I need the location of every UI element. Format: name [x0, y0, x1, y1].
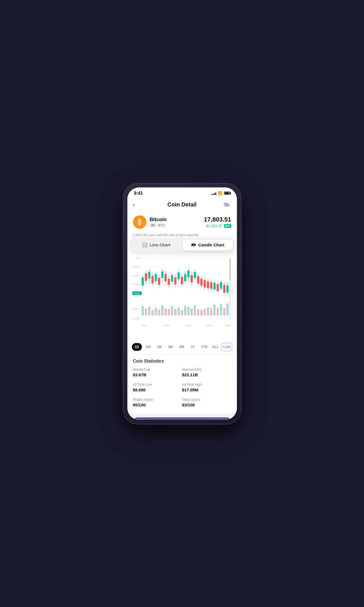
status-icons: 📶: [211, 191, 230, 195]
header: ‹ Coin Detail: [127, 197, 237, 213]
svg-rect-50: [187, 270, 189, 277]
svg-rect-38: [168, 278, 170, 284]
bitcoin-logo-letter: ₿: [138, 218, 141, 226]
svg-rect-58: [200, 278, 203, 285]
svg-rect-56: [197, 276, 199, 284]
stat-ath-value: $17.09M: [182, 387, 231, 392]
period-1y-button[interactable]: 1Y: [188, 343, 198, 351]
svg-rect-40: [171, 275, 173, 282]
screen-content: 9:41 📶 ‹: [127, 187, 237, 420]
svg-rect-98: [210, 308, 212, 315]
svg-line-1: [224, 203, 229, 206]
time-periods: 1D 1W 1M 3M 6M 1Y YTD ALL LOG: [127, 339, 237, 354]
svg-rect-8: [194, 244, 195, 246]
svg-rect-102: [223, 308, 225, 315]
svg-rect-42: [174, 277, 176, 284]
period-ytd-button[interactable]: YTD: [199, 343, 209, 351]
stat-volume-value: $22.11B: [182, 372, 231, 377]
svg-rect-100: [217, 308, 219, 315]
period-6m-button[interactable]: 6M: [177, 343, 187, 351]
status-bar: 9:41 📶: [127, 187, 237, 197]
period-log-button[interactable]: LOG: [222, 343, 232, 351]
statistics-grid: Market Cap $3.67B Volume(24H) $22.11B Al…: [133, 368, 231, 407]
svg-rect-84: [164, 308, 166, 315]
svg-rect-44: [177, 272, 180, 279]
chart-toggle: Line Chart Candle Chart: [130, 238, 234, 252]
svg-rect-68: [217, 284, 219, 291]
convert-button[interactable]: Convert: [133, 417, 231, 420]
svg-rect-36: [164, 274, 166, 281]
stat-all-time-high: All Time High $17.09M: [182, 383, 231, 392]
period-1w-button[interactable]: 1W: [143, 343, 153, 351]
svg-rect-101: [220, 304, 222, 315]
svg-rect-95: [200, 310, 203, 315]
svg-rect-96: [203, 309, 206, 315]
svg-rect-82: [158, 309, 160, 315]
coin-right: 17,803.51 $1,312.47 9%: [204, 216, 231, 228]
svg-rect-89: [181, 310, 183, 315]
svg-text:19.85K: 19.85K: [132, 283, 139, 285]
svg-rect-2: [143, 243, 147, 247]
svg-text:18Jul: 18Jul: [225, 324, 230, 327]
svg-rect-70: [220, 282, 222, 289]
coin-left: ₿ Bitcoin #1 BTC: [133, 215, 167, 229]
battery-icon: [224, 192, 230, 195]
stat-atl-value: $8.680: [133, 387, 182, 392]
back-button[interactable]: ‹: [133, 201, 142, 208]
stat-all-time-low: All Time Low $8.680: [133, 383, 182, 392]
phone-screen: 9:41 📶 ‹: [127, 187, 237, 420]
tab-line-chart[interactable]: Line Chart: [132, 240, 182, 250]
eye-strikethrough-icon[interactable]: [222, 200, 231, 209]
tab-candle-chart[interactable]: Candle Chart: [183, 240, 233, 250]
svg-text:14Jul: 14Jul: [141, 324, 146, 327]
coin-name: Bitcoin: [150, 217, 167, 223]
statistics-title: Coin Statistics: [133, 359, 231, 364]
svg-rect-4: [192, 244, 192, 246]
signal-icon: [211, 192, 216, 195]
stat-ath-label: All Time High: [182, 383, 231, 387]
svg-rect-72: [223, 285, 225, 292]
period-all-button[interactable]: ALL: [210, 343, 220, 351]
svg-text:19.95K: 19.95K: [132, 265, 139, 268]
svg-rect-86: [171, 306, 173, 315]
svg-rect-93: [194, 305, 196, 315]
main-content: ‹ Coin Detail ₿: [127, 197, 237, 420]
svg-rect-32: [158, 278, 160, 284]
svg-rect-30: [154, 274, 157, 281]
stat-market-cap-label: Market Cap: [133, 368, 182, 372]
stat-market-cap: Market Cap $3.67B: [133, 368, 182, 377]
svg-rect-77: [142, 306, 144, 315]
svg-rect-52: [191, 275, 193, 282]
coin-name-block: Bitcoin #1 BTC: [150, 217, 167, 227]
coin-change-usd: $1,312.47: [206, 224, 222, 228]
period-1d-button[interactable]: 1D: [132, 343, 142, 351]
convert-section: Convert: [127, 413, 237, 420]
svg-text:19.90K: 19.90K: [132, 274, 139, 277]
svg-rect-99: [213, 304, 215, 315]
svg-text:19.16K: 19.16K: [134, 292, 140, 294]
period-1m-button[interactable]: 1M: [154, 343, 164, 351]
svg-text:19.70K: 19.70K: [132, 317, 139, 320]
svg-rect-6: [193, 244, 194, 245]
phone-wrapper: 9:41 📶 ‹: [123, 184, 241, 424]
volume-down-button[interactable]: [122, 237, 123, 247]
svg-rect-34: [161, 271, 163, 278]
svg-rect-92: [191, 308, 193, 315]
stat-team-value: 93/100: [182, 403, 231, 407]
power-button[interactable]: [241, 230, 242, 246]
svg-rect-87: [174, 309, 176, 315]
svg-text:15Jul: 15Jul: [164, 324, 169, 327]
page-title: Coin Detail: [167, 201, 196, 208]
wifi-icon: 📶: [218, 191, 222, 195]
svg-rect-110: [230, 258, 230, 280]
svg-rect-60: [203, 280, 206, 287]
svg-rect-74: [226, 285, 229, 292]
coin-info: ₿ Bitcoin #1 BTC 17,803.51: [127, 213, 237, 232]
stat-project-score: Project Score 95/100: [133, 398, 182, 407]
line-chart-label: Line Chart: [150, 242, 170, 247]
stat-volume-label: Volume(24H): [182, 368, 231, 372]
svg-rect-85: [168, 309, 170, 315]
period-3m-button[interactable]: 3M: [165, 343, 175, 351]
volume-up-button[interactable]: [122, 223, 123, 233]
chart-toggle-wrapper: Line Chart Candle Chart: [127, 238, 237, 252]
